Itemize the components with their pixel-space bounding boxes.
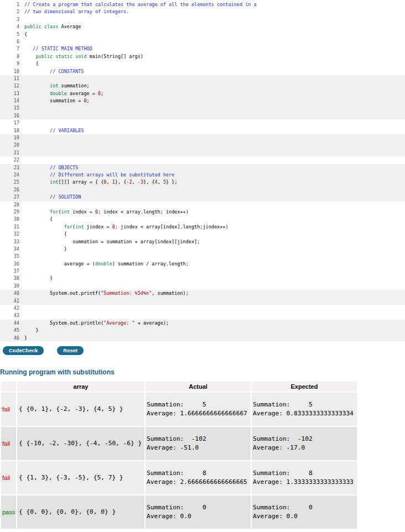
line-number: 29 — [0, 208, 22, 216]
line-number: 19 — [0, 134, 22, 142]
code-text: { — [22, 60, 39, 67]
line-number: 18 — [0, 127, 22, 134]
code-text: for(int jindex = 0; jindex < array[index… — [22, 223, 229, 231]
code-text — [22, 75, 24, 82]
code-text — [22, 157, 24, 164]
status-badge: pass — [1, 496, 16, 529]
output-line: Average: 0.0 — [147, 512, 251, 521]
code-line: 3 — [0, 16, 405, 23]
line-number: 4 — [0, 23, 22, 30]
line-number: 11 — [0, 75, 22, 82]
editable-code-line[interactable]: 24 // Different arrays will be substitut… — [0, 171, 405, 179]
line-number: 39 — [0, 283, 22, 290]
code-line: 4public class Average — [0, 23, 405, 30]
editable-code-line[interactable]: 26 — [0, 186, 405, 194]
code-text — [22, 312, 24, 319]
editable-code-line[interactable]: 12 int summation; — [0, 82, 405, 90]
code-text: System.out.printf("Summation: %5d%n", su… — [22, 290, 189, 297]
output-line: Summation: 0 — [253, 503, 357, 512]
code-line: 31 for(int jindex = 0; jindex < array[in… — [0, 223, 405, 231]
line-number: 17 — [0, 119, 22, 127]
results-table: arrayActualExpected fail{ {0, 1}, {-2, -… — [0, 380, 358, 530]
code-line: 10 // CONSTANTS — [0, 68, 405, 75]
result-row: fail{ {-10, -2, -30}, {-4, -50, -6} }Sum… — [1, 427, 357, 460]
line-number: 36 — [0, 260, 22, 268]
output-line: Average: 1.3333333333333333 — [253, 478, 357, 487]
actual-output: Summation: 0Average: 0.0 — [146, 496, 251, 529]
codecheck-button[interactable]: CodeCheck — [3, 346, 44, 355]
line-number: 10 — [0, 68, 22, 75]
array-value: { {-10, -2, -30}, {-4, -50, -6} } — [17, 427, 144, 460]
reset-button[interactable]: Reset — [57, 346, 84, 355]
editable-code-line[interactable]: 14 summation = 0; — [0, 97, 405, 105]
output-line: Summation: -102 — [147, 435, 251, 444]
code-line: 6 — [0, 38, 405, 45]
line-number: 38 — [0, 275, 22, 282]
editable-code-line[interactable]: 21 — [0, 149, 405, 157]
expected-output: Summation: 8Average: 1.3333333333333333 — [252, 461, 357, 494]
code-text — [22, 38, 24, 45]
editable-code-line[interactable]: 40 System.out.printf("Summation: %5d%n",… — [0, 290, 405, 297]
results-table-head: arrayActualExpected — [1, 382, 357, 392]
code-text: int[][] array = { {0, 1}, {-2, -3}, {4, … — [22, 179, 178, 186]
result-row: fail{ {0, 1}, {-2, -3}, {4, 5} }Summatio… — [1, 393, 357, 426]
line-number: 24 — [0, 171, 22, 179]
editable-code-line[interactable]: 25 int[][] array = { {0, 1}, {-2, -3}, {… — [0, 179, 405, 186]
line-number: 9 — [0, 60, 22, 67]
editable-code-line[interactable]: 16 — [0, 112, 405, 119]
line-number: 15 — [0, 105, 22, 112]
code-text: { — [22, 231, 67, 238]
code-text — [22, 119, 24, 127]
code-text: // Different arrays will be substituted … — [22, 171, 174, 179]
code-text — [22, 134, 24, 142]
editable-code-line[interactable]: 11 — [0, 75, 405, 82]
line-number: 16 — [0, 112, 22, 119]
line-number: 22 — [0, 157, 22, 164]
output-line: Summation: 5 — [253, 400, 357, 409]
code-line: 8 public static void main(String[] args) — [0, 53, 405, 60]
editable-code-line[interactable]: 46} — [0, 335, 405, 342]
code-line: 2// two dimensional array of integers. — [0, 8, 405, 15]
output-line: Summation: 5 — [147, 400, 251, 409]
code-text: } — [22, 335, 27, 342]
actual-output: Summation: 8Average: 2.6666666666666665 — [146, 461, 251, 494]
line-number: 20 — [0, 142, 22, 149]
array-value: { {1, 3}, {-3, -5}, {5, 7} } — [17, 461, 144, 494]
line-number: 3 — [0, 16, 22, 23]
code-text: average = (double) summation / array.len… — [22, 260, 189, 268]
code-line: 42 — [0, 305, 405, 312]
line-number: 30 — [0, 216, 22, 223]
column-header-actual: Actual — [146, 382, 251, 392]
line-number: 6 — [0, 38, 22, 45]
editable-code-line[interactable]: 20 — [0, 142, 405, 149]
editable-code-line[interactable]: 19 — [0, 134, 405, 142]
code-line: 39 — [0, 283, 405, 290]
code-line: 32 { — [0, 231, 405, 238]
editable-code-line[interactable]: 13 double average = 0; — [0, 90, 405, 97]
editable-code-line[interactable]: 45 } — [0, 327, 405, 334]
editable-code-line[interactable]: 23 // OBJECTS — [0, 164, 405, 171]
line-number: 13 — [0, 90, 22, 97]
expected-output: Summation: 5Average: 0.8333333333333334 — [252, 393, 357, 426]
line-number: 43 — [0, 312, 22, 319]
code-line: 43 — [0, 312, 405, 319]
line-number: 27 — [0, 194, 22, 201]
code-text: { — [22, 216, 53, 223]
code-text: for(int index = 0; index < array.length;… — [22, 208, 189, 216]
line-number: 44 — [0, 320, 22, 327]
line-number: 7 — [0, 45, 22, 53]
editable-code-line[interactable]: 15 — [0, 105, 405, 112]
output-line: Average: 0.8333333333333334 — [253, 409, 357, 418]
editable-code-line[interactable]: 44 System.out.println("Average: " + aver… — [0, 320, 405, 327]
code-text: // STATIC MAIN METHOD — [22, 45, 92, 53]
line-number: 28 — [0, 201, 22, 208]
line-number: 5 — [0, 31, 22, 38]
code-text: public static void main(String[] args) — [22, 53, 143, 60]
editable-code-line[interactable]: 41 — [0, 298, 405, 305]
editable-code-line[interactable]: 27 // SOLUTION — [0, 194, 405, 201]
code-line: 35 — [0, 253, 405, 260]
code-text: } — [22, 246, 67, 253]
code-text — [22, 105, 24, 112]
codecheck-page: 1// Create a program that calculates the… — [0, 0, 405, 530]
output-line: Average: -17.0 — [253, 444, 357, 452]
